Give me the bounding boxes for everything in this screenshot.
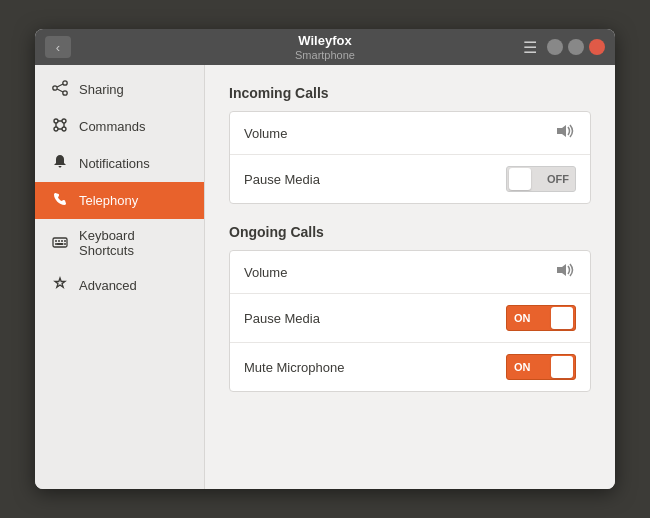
sidebar-item-sharing[interactable]: Sharing [35,71,204,108]
incoming-volume-icon [556,123,576,143]
ongoing-pause-media-row: Pause Media ON [230,294,590,343]
svg-rect-13 [53,238,67,247]
ongoing-calls-group: Volume Pause Media ON [229,250,591,392]
app-window: ‹ Wileyfox Smartphone ☰ [35,29,615,489]
titlebar-left: ‹ [45,36,71,58]
svg-point-0 [63,81,67,85]
ongoing-pause-media-toggle[interactable]: ON [506,305,576,331]
incoming-pause-media-row: Pause Media OFF [230,155,590,203]
window-controls [547,39,605,55]
ongoing-volume-label: Volume [244,265,287,280]
app-subtitle: Smartphone [295,49,355,61]
incoming-pause-media-label: Pause Media [244,172,320,187]
toggle-off-label: OFF [547,173,569,185]
ongoing-calls-title: Ongoing Calls [229,224,591,240]
app-title: Wileyfox [295,33,355,49]
sharing-icon [51,80,69,99]
menu-icon: ☰ [523,39,537,56]
svg-point-1 [53,86,57,90]
titlebar: ‹ Wileyfox Smartphone ☰ [35,29,615,65]
sidebar-item-notifications-label: Notifications [79,156,150,171]
sidebar-item-notifications[interactable]: Notifications [35,145,204,182]
svg-point-7 [54,127,58,131]
incoming-volume-label: Volume [244,126,287,141]
ongoing-mute-mic-label: Mute Microphone [244,360,344,375]
toggle-on-label-2: ON [514,361,531,373]
toggle-knob [551,307,573,329]
content-area: Sharing Commands [35,65,615,489]
notifications-icon [51,154,69,173]
svg-line-3 [57,84,63,87]
ongoing-pause-media-label: Pause Media [244,311,320,326]
sidebar-item-telephony[interactable]: Telephony [35,182,204,219]
toggle-knob [509,168,531,190]
titlebar-center: Wileyfox Smartphone [295,33,355,61]
sidebar-item-keyboard-shortcuts-label: Keyboard Shortcuts [79,228,188,258]
minimize-button[interactable] [547,39,563,55]
sidebar-item-telephony-label: Telephony [79,193,138,208]
advanced-icon [51,276,69,295]
toggle-on-label: ON [514,312,531,324]
svg-line-4 [57,89,63,92]
keyboard-icon [51,234,69,253]
sidebar-item-commands-label: Commands [79,119,145,134]
back-icon: ‹ [56,40,60,55]
sidebar-item-keyboard-shortcuts[interactable]: Keyboard Shortcuts [35,219,204,267]
incoming-pause-media-toggle[interactable]: OFF [506,166,576,192]
sidebar-item-advanced-label: Advanced [79,278,137,293]
svg-marker-21 [557,125,566,137]
close-button[interactable] [589,39,605,55]
sidebar-item-advanced[interactable]: Advanced [35,267,204,304]
svg-point-8 [62,127,66,131]
sidebar-item-sharing-label: Sharing [79,82,124,97]
commands-icon [51,117,69,136]
incoming-calls-group: Volume Pause Media [229,111,591,204]
sidebar: Sharing Commands [35,65,205,489]
telephony-icon [51,191,69,210]
svg-point-5 [54,119,58,123]
incoming-calls-title: Incoming Calls [229,85,591,101]
toggle-knob-2 [551,356,573,378]
main-content: Incoming Calls Volume Pause Media [205,65,615,489]
incoming-volume-row: Volume [230,112,590,155]
svg-point-6 [62,119,66,123]
titlebar-right: ☰ [519,36,605,59]
ongoing-volume-row: Volume [230,251,590,294]
maximize-button[interactable] [568,39,584,55]
ongoing-volume-icon [556,262,576,282]
svg-point-2 [63,91,67,95]
ongoing-mute-mic-row: Mute Microphone ON [230,343,590,391]
svg-marker-22 [557,264,566,276]
back-button[interactable]: ‹ [45,36,71,58]
menu-button[interactable]: ☰ [519,36,541,59]
ongoing-mute-mic-toggle[interactable]: ON [506,354,576,380]
sidebar-item-commands[interactable]: Commands [35,108,204,145]
